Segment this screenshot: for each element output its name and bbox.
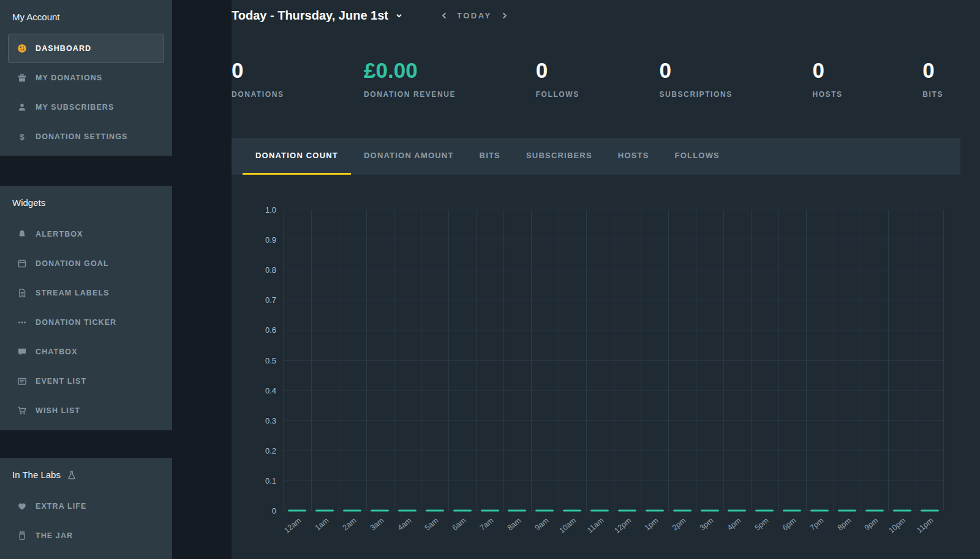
person-icon — [16, 102, 28, 112]
y-axis-label: 0.6 — [265, 325, 276, 335]
sidebar-item-wish-list[interactable]: WISH LIST — [0, 396, 172, 425]
sidebar: My AccountDASHBOARDMY DONATIONSMY SUBSCR… — [0, 0, 232, 559]
sidebar-item-dashboard[interactable]: DASHBOARD — [8, 34, 164, 63]
series-point-dash — [701, 510, 719, 512]
tab-donation-count[interactable]: DONATION COUNT — [243, 138, 351, 175]
stat-label: HOSTS — [812, 90, 842, 99]
stat-label: SUBSCRIPTIONS — [659, 90, 732, 99]
gridline-vertical — [668, 210, 669, 511]
series-point-dash — [838, 510, 856, 512]
stat-label: DONATIONS — [232, 90, 284, 99]
sidebar-item-chatbox[interactable]: CHATBOX — [0, 337, 172, 367]
tab-bits[interactable]: BITS — [467, 138, 513, 175]
stat-donation-revenue: £0.00DONATION REVENUE — [364, 59, 456, 99]
series-point-dash — [371, 510, 389, 512]
x-axis-label: 5am — [423, 516, 440, 532]
series-point-dash — [865, 510, 884, 512]
y-axis-label: 0.2 — [265, 446, 276, 455]
sidebar-item-my-subscribers[interactable]: MY SUBSCRIBERS — [0, 93, 172, 122]
day-navigation: TODAY — [440, 11, 509, 20]
series-point-dash — [728, 510, 746, 512]
x-axis-label: 2pm — [671, 516, 688, 532]
gridline-vertical — [311, 210, 312, 511]
x-axis-label: 2am — [341, 516, 358, 532]
date-label: Today - Thursday, June 1st — [232, 9, 388, 23]
sidebar-item-alertbox[interactable]: ALERTBOX — [0, 219, 172, 249]
stat-follows: 0FOLLOWS — [536, 59, 579, 99]
gridline-vertical — [339, 210, 339, 511]
sidebar-item-donation-goal[interactable]: DONATION GOAL — [0, 249, 172, 278]
y-axis-label: 0.5 — [265, 356, 276, 365]
gridline-vertical — [916, 210, 916, 511]
series-point-dash — [646, 510, 664, 512]
sidebar-section-title-text: Widgets — [12, 197, 45, 208]
stat-value: £0.00 — [364, 59, 456, 83]
y-axis-label: 0.9 — [265, 235, 276, 245]
sidebar-item-donation-settings[interactable]: $DONATION SETTINGS — [0, 122, 172, 151]
y-axis-label: 1.0 — [265, 205, 276, 215]
sidebar-item-extra-life[interactable]: EXTRA LIFE — [0, 492, 172, 521]
x-axis-label: 3pm — [698, 516, 715, 532]
date-range-picker[interactable]: Today - Thursday, June 1st — [232, 9, 403, 23]
sidebar-item-label: CHATBOX — [36, 348, 78, 356]
sidebar-item-label: MY DONATIONS — [36, 74, 102, 82]
tab-subscribers[interactable]: SUBSCRIBERS — [513, 138, 605, 175]
sidebar-section-title: My Account — [0, 0, 172, 34]
series-point-dash — [755, 510, 774, 512]
chevron-right-icon[interactable] — [500, 11, 509, 20]
chevron-left-icon[interactable] — [440, 11, 449, 20]
cart-icon — [16, 406, 28, 416]
x-axis-label: 5pm — [753, 516, 771, 532]
stat-label: FOLLOWS — [536, 90, 579, 99]
chevron-down-icon — [395, 12, 403, 20]
sidebar-item-stream-labels[interactable]: STREAM LABELS — [0, 278, 172, 308]
stat-hosts: 0HOSTS — [812, 59, 842, 99]
svg-text:$: $ — [20, 132, 24, 142]
stat-value: 0 — [812, 59, 842, 83]
series-point-dash — [563, 510, 581, 512]
y-axis-label: 0 — [272, 506, 276, 515]
list-icon — [16, 376, 28, 386]
gift-icon — [16, 73, 28, 83]
gridline-vertical — [641, 210, 641, 511]
series-point-dash — [921, 510, 939, 512]
sidebar-section-widgets: WidgetsALERTBOXDONATION GOALSTREAM LABEL… — [0, 186, 172, 430]
gridline-vertical — [394, 210, 394, 511]
x-axis-label: 11pm — [915, 516, 935, 534]
sidebar-item-donation-ticker[interactable]: DONATION TICKER — [0, 308, 172, 337]
x-axis-label: 7am — [478, 516, 496, 532]
x-axis-label: 9pm — [863, 516, 880, 532]
gridline-vertical — [943, 210, 944, 511]
gridline-vertical — [559, 210, 559, 511]
sidebar-item-the-jar[interactable]: THE JAR — [0, 521, 172, 550]
today-button[interactable]: TODAY — [457, 11, 492, 20]
series-point-dash — [315, 510, 334, 512]
bell-icon — [16, 229, 28, 239]
gridline-vertical — [614, 210, 614, 511]
gridline-vertical — [366, 210, 367, 511]
sidebar-item-label: EXTRA LIFE — [36, 502, 86, 511]
app: My AccountDASHBOARDMY DONATIONSMY SUBSCR… — [0, 0, 980, 559]
sidebar-item-label: EVENT LIST — [36, 377, 86, 386]
y-axis-label: 0.1 — [265, 476, 276, 485]
stat-value: 0 — [536, 59, 579, 83]
tab-donation-amount[interactable]: DONATION AMOUNT — [351, 138, 467, 175]
stat-value: 0 — [232, 59, 284, 83]
tab-hosts[interactable]: HOSTS — [605, 138, 662, 175]
stats-row: 0DONATIONS£0.00DONATION REVENUE0FOLLOWS0… — [232, 59, 943, 99]
x-axis-label: 8pm — [835, 516, 853, 532]
sidebar-item-label: DONATION TICKER — [36, 318, 116, 327]
tab-follows[interactable]: FOLLOWS — [662, 138, 733, 175]
sidebar-item-event-list[interactable]: EVENT LIST — [0, 367, 172, 396]
main-header: Today - Thursday, June 1st TODAY — [232, 4, 509, 26]
sidebar-item-label: DONATION SETTINGS — [36, 132, 127, 141]
series-point-dash — [783, 510, 801, 512]
sidebar-item-my-donations[interactable]: MY DONATIONS — [0, 63, 172, 93]
gridline-vertical — [806, 210, 807, 511]
chat-icon — [16, 347, 28, 357]
gridline-vertical — [723, 210, 724, 511]
x-axis-label: 3am — [368, 516, 385, 532]
calendar-icon — [16, 259, 28, 268]
series-point-dash — [535, 510, 554, 512]
stat-label: BITS — [922, 90, 943, 99]
